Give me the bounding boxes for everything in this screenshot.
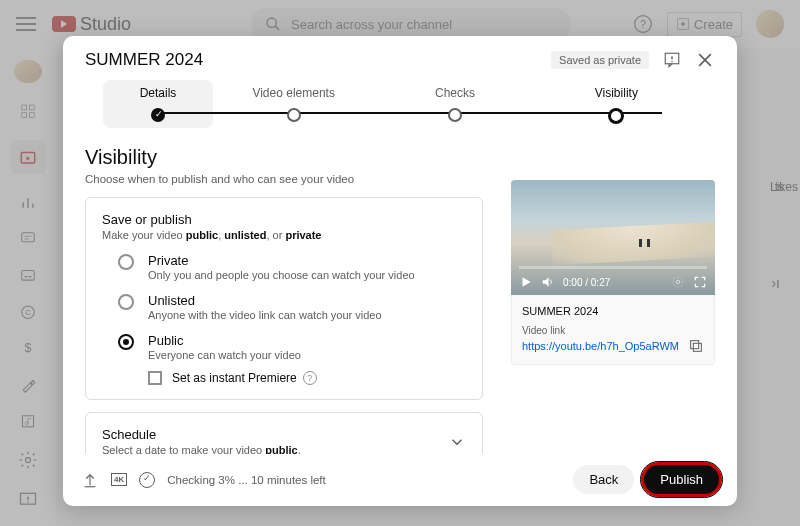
checks-status-icon [139,472,155,488]
step-dot-icon [287,108,301,122]
copy-icon[interactable] [688,338,704,354]
feedback-icon[interactable] [663,51,681,69]
svg-marker-39 [543,277,549,286]
radio-unlisted[interactable]: Unlisted Anyone with the video link can … [118,293,466,321]
radio-selected-icon [118,334,134,350]
card-subtitle: Make your video public, unlisted, or pri… [102,229,466,241]
upload-icon [81,471,99,489]
step-dot-done-icon [151,108,165,122]
svg-point-40 [676,280,680,284]
publish-button[interactable]: Publish [644,465,719,494]
dialog-header: SUMMER 2024 Saved as private [63,36,737,80]
resolution-badge: 4K [111,473,127,486]
svg-marker-38 [523,277,531,286]
save-or-publish-card: Save or publish Make your video public, … [85,197,483,400]
card-title: Save or publish [102,212,466,227]
visibility-panel: Visibility Choose when to publish and wh… [85,142,491,454]
video-link[interactable]: https://youtu.be/h7h_Op5aRWM [522,340,679,352]
svg-rect-42 [691,341,699,349]
video-preview-panel: 0:00 / 0:27 SUMMER 2024 Video link https… [511,142,715,454]
step-dot-open-icon [608,108,624,124]
svg-point-35 [671,61,673,63]
dialog-footer: 4K Checking 3% ... 10 minutes left Back … [63,454,737,506]
radio-public[interactable]: Public Everyone can watch your video [118,333,466,361]
fullscreen-icon[interactable] [693,275,707,289]
svg-rect-41 [693,343,701,351]
back-button[interactable]: Back [573,465,634,494]
upload-status-text: Checking 3% ... 10 minutes left [167,474,326,486]
schedule-subtitle: Select a date to make your video public. [102,444,301,454]
video-thumbnail[interactable]: 0:00 / 0:27 [511,180,715,295]
radio-icon [118,254,134,270]
video-name: SUMMER 2024 [522,305,704,317]
volume-icon[interactable] [541,275,555,289]
stepper: Details Video elements Checks Visibility [63,80,737,142]
settings-gear-icon[interactable] [671,275,685,289]
step-details[interactable]: Details [103,80,213,128]
schedule-title: Schedule [102,427,301,442]
play-icon[interactable] [519,275,533,289]
video-time: 0:00 / 0:27 [563,277,610,288]
video-info: SUMMER 2024 Video link https://youtu.be/… [511,295,715,365]
radio-private[interactable]: Private Only you and people you choose c… [118,253,466,281]
upload-dialog: SUMMER 2024 Saved as private Details Vid… [63,36,737,506]
step-dot-icon [448,108,462,122]
help-icon[interactable]: ? [303,371,317,385]
step-checks[interactable]: Checks [374,86,535,122]
chevron-down-icon [448,433,466,451]
step-visibility[interactable]: Visibility [536,86,697,124]
video-link-label: Video link [522,325,704,336]
section-title: Visibility [85,146,483,169]
dialog-title: SUMMER 2024 [85,50,203,70]
video-controls: 0:00 / 0:27 [511,269,715,295]
radio-icon [118,294,134,310]
save-status-badge: Saved as private [551,51,649,69]
section-subtitle: Choose when to publish and who can see y… [85,173,483,185]
close-icon[interactable] [695,50,715,70]
step-video-elements[interactable]: Video elements [213,86,374,122]
schedule-card[interactable]: Schedule Select a date to make your vide… [85,412,483,454]
checkbox-icon [148,371,162,385]
premiere-checkbox-row[interactable]: Set as instant Premiere ? [148,371,466,385]
